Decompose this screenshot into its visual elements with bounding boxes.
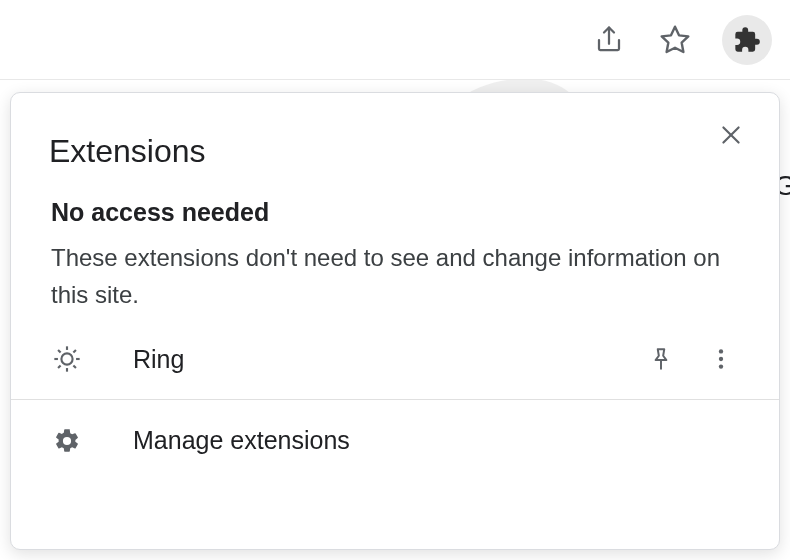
popup-title: Extensions — [49, 133, 206, 170]
pin-icon[interactable] — [639, 346, 683, 372]
svg-point-16 — [719, 365, 723, 369]
svg-line-11 — [58, 366, 61, 369]
extensions-popup: Extensions No access needed These extens… — [10, 92, 780, 550]
access-section: No access needed These extensions don't … — [11, 180, 779, 319]
svg-point-15 — [719, 357, 723, 361]
svg-line-12 — [73, 350, 76, 353]
svg-line-10 — [73, 366, 76, 369]
svg-line-9 — [58, 350, 61, 353]
svg-point-14 — [719, 350, 723, 354]
extensions-toolbar-button[interactable] — [722, 15, 772, 65]
manage-extensions-label: Manage extensions — [103, 426, 350, 455]
browser-toolbar — [0, 0, 790, 80]
svg-marker-1 — [662, 26, 689, 51]
more-vertical-icon[interactable] — [699, 346, 743, 372]
extension-name: Ring — [103, 345, 623, 374]
close-icon[interactable] — [711, 115, 751, 155]
section-heading: No access needed — [51, 198, 739, 227]
manage-extensions-button[interactable]: Manage extensions — [11, 400, 779, 483]
share-icon[interactable] — [590, 21, 628, 59]
extension-item-icon — [47, 343, 87, 375]
gear-icon — [47, 427, 87, 455]
section-description: These extensions don't need to see and c… — [51, 239, 739, 313]
extension-row[interactable]: Ring — [11, 319, 779, 399]
bookmark-star-icon[interactable] — [656, 21, 694, 59]
popup-header: Extensions — [11, 93, 779, 180]
svg-point-4 — [61, 354, 72, 365]
